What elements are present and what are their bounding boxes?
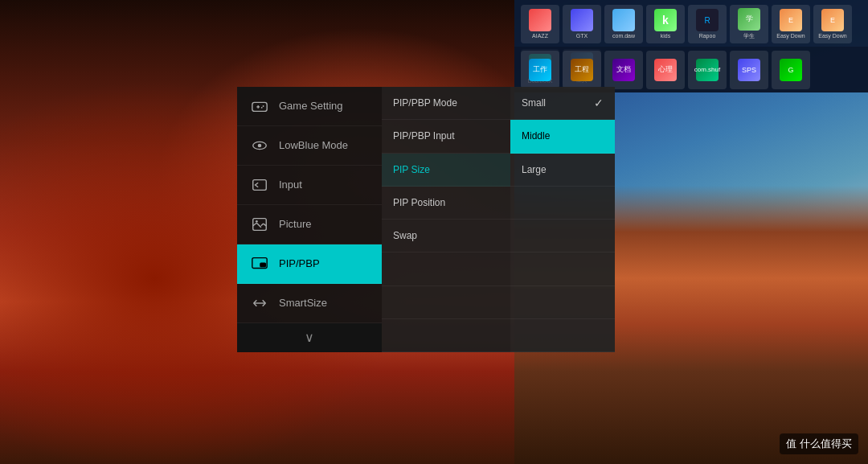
- submenu-item-small[interactable]: Small ✓: [510, 87, 615, 120]
- menu-spacer-3: [382, 319, 510, 352]
- taskbar-icon: R Rapoo: [688, 5, 727, 43]
- taskbar-icon-2: 工作: [521, 51, 559, 89]
- sidebar-item-pip-pbp[interactable]: PIP/PBP: [237, 244, 382, 284]
- submenu-spacer-1: [510, 187, 615, 220]
- sidebar-label-lowblue: LowBlue Mode: [279, 139, 348, 151]
- taskbar-icon: E Easy Down: [772, 5, 810, 43]
- osd-menu: Game Setting LowBlue Mode Input: [237, 87, 615, 352]
- taskbar-icon-2: 工程: [563, 51, 601, 89]
- menu-item-pip-pbp-input[interactable]: PIP/PBP Input: [382, 120, 510, 153]
- menu-item-swap[interactable]: Swap: [382, 220, 510, 253]
- taskbar-icon: k kids: [646, 5, 685, 43]
- osd-sidebar: Game Setting LowBlue Mode Input: [237, 87, 382, 352]
- sidebar-item-input[interactable]: Input: [237, 166, 382, 205]
- taskbar-icon: AIAZZ: [521, 5, 559, 43]
- sidebar-label-pip-pbp: PIP/PBP: [279, 257, 320, 269]
- taskbar-icon-2: SPS: [730, 51, 768, 89]
- taskbar-icon: com.daw: [604, 5, 643, 43]
- pip-icon: [248, 253, 271, 275]
- osd-menu-column: PIP/PBP Mode PIP/PBP Input PIP Size PIP …: [382, 87, 510, 352]
- submenu-item-middle[interactable]: Middle: [510, 120, 615, 153]
- taskbar-icon: E Easy Down: [813, 5, 852, 43]
- sidebar-item-smartsize[interactable]: SmartSize: [237, 284, 382, 323]
- menu-spacer-2: [382, 286, 510, 319]
- svg-point-13: [256, 220, 258, 223]
- svg-rect-15: [260, 263, 265, 267]
- taskbar-icon-2: 文档: [604, 51, 643, 89]
- svg-line-11: [261, 224, 264, 226]
- sidebar-label-smartsize: SmartSize: [279, 297, 327, 309]
- taskbar-icon: GTX: [563, 5, 601, 43]
- input-icon: [248, 174, 271, 196]
- picture-icon: [248, 213, 271, 236]
- taskbar-icon-2: 心理: [646, 51, 685, 89]
- submenu-spacer-4: [510, 286, 615, 319]
- submenu-item-large[interactable]: Large: [510, 154, 615, 187]
- submenu-spacer-2: [510, 220, 615, 253]
- taskbar-icon-2: com.shuf: [688, 51, 727, 89]
- sidebar-label-input: Input: [279, 179, 302, 191]
- sidebar-item-picture[interactable]: Picture: [237, 205, 382, 244]
- submenu-spacer-5: [510, 319, 615, 352]
- svg-point-3: [263, 105, 264, 107]
- eye-icon: [248, 134, 271, 157]
- gamepad-icon: [248, 95, 271, 117]
- sidebar-item-lowblue[interactable]: LowBlue Mode: [237, 126, 382, 166]
- menu-item-pip-pbp-mode[interactable]: PIP/PBP Mode: [382, 87, 510, 120]
- sidebar-down-arrow[interactable]: ∨: [237, 323, 382, 352]
- check-icon-small: ✓: [594, 96, 604, 109]
- menu-spacer-1: [382, 253, 510, 285]
- sidebar-label-game-setting: Game Setting: [279, 100, 343, 112]
- taskbar-icon: 学 学生: [730, 5, 768, 43]
- svg-line-10: [256, 223, 261, 228]
- taskbar-icon-2: G: [772, 51, 810, 89]
- arrows-icon: [248, 292, 271, 314]
- sidebar-item-game-setting[interactable]: Game Setting: [237, 87, 382, 126]
- sidebar-label-picture: Picture: [279, 218, 311, 230]
- watermark: 值 什么值得买: [780, 433, 858, 454]
- menu-item-pip-size[interactable]: PIP Size: [382, 154, 510, 187]
- svg-point-4: [261, 107, 263, 109]
- submenu-spacer-3: [510, 253, 615, 285]
- svg-point-6: [258, 144, 262, 148]
- osd-submenu-column: Small ✓ Middle Large: [510, 87, 615, 352]
- menu-item-pip-position[interactable]: PIP Position: [382, 187, 510, 220]
